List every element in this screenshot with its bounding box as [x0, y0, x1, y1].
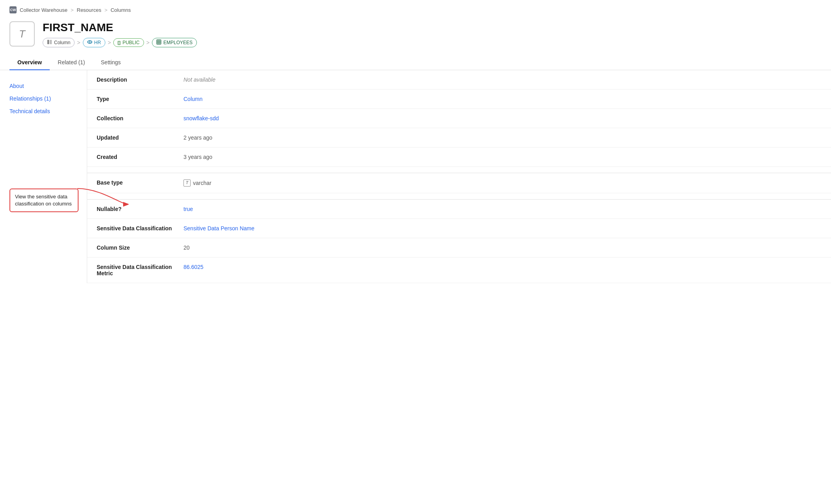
- callout-box: View the sensitive data classification o…: [9, 189, 79, 212]
- tab-related[interactable]: Related (1): [50, 55, 93, 70]
- detail-row-base-type: Base type T varchar: [87, 173, 831, 193]
- collection-label: Collection: [97, 115, 183, 121]
- svg-rect-0: [47, 40, 49, 44]
- breadcrumb-resources[interactable]: Resources: [77, 7, 101, 13]
- employees-badge-icon: [156, 39, 161, 46]
- tab-bar: Overview Related (1) Settings: [0, 55, 831, 70]
- sensitive-data-label: Sensitive Data Classification: [97, 225, 183, 231]
- main-content: Description Not available Type Column Co…: [87, 70, 831, 283]
- resource-header: T FIRST_NAME Column > HR > []: [0, 18, 831, 55]
- detail-row-nullable: Nullable? true: [87, 200, 831, 219]
- tab-settings[interactable]: Settings: [93, 55, 129, 70]
- callout-container: View the sensitive data classification o…: [9, 189, 77, 212]
- badge-sep-3: >: [146, 39, 150, 46]
- badge-sep-2: >: [108, 39, 111, 46]
- badge-column-label: Column: [54, 40, 70, 45]
- breadcrumb-collector-warehouse[interactable]: Collector Warehouse: [20, 7, 67, 13]
- description-value: Not available: [183, 77, 215, 83]
- updated-value: 2 years ago: [183, 134, 212, 141]
- badge-row: Column > HR > [] PUBLIC > EMP: [43, 38, 197, 47]
- updated-label: Updated: [97, 134, 183, 141]
- sensitive-data-value: Sensitive Data Person Name: [183, 225, 255, 231]
- column-size-label: Column Size: [97, 245, 183, 251]
- callout-arrow: [77, 185, 129, 208]
- column-badge-icon: [47, 39, 52, 46]
- sidebar-item-technical-details[interactable]: Technical details: [9, 105, 77, 118]
- varchar-type-icon: T: [183, 179, 191, 187]
- svg-rect-1: [50, 40, 52, 44]
- column-size-value: 20: [183, 245, 190, 251]
- type-value[interactable]: Column: [183, 96, 202, 102]
- sidebar-item-about[interactable]: About: [9, 80, 77, 92]
- resource-icon-letter: T: [19, 28, 25, 40]
- section-divider-2: [87, 193, 831, 200]
- public-badge-icon: []: [118, 40, 120, 45]
- created-value: 3 years ago: [183, 154, 212, 160]
- description-label: Description: [97, 77, 183, 83]
- page-title: FIRST_NAME: [43, 21, 197, 34]
- breadcrumb: CW Collector Warehouse > Resources > Col…: [0, 0, 831, 18]
- breadcrumb-separator-2: >: [105, 7, 108, 13]
- collection-value[interactable]: snowflake-sdd: [183, 115, 219, 121]
- breadcrumb-columns[interactable]: Columns: [110, 7, 131, 13]
- detail-row-column-size: Column Size 20: [87, 238, 831, 258]
- detail-row-sensitive-data: Sensitive Data Classification Sensitive …: [87, 219, 831, 238]
- badge-public[interactable]: [] PUBLIC: [113, 38, 144, 47]
- detail-row-updated: Updated 2 years ago: [87, 128, 831, 147]
- base-type-value: T varchar: [183, 179, 211, 187]
- metric-value: 86.6025: [183, 264, 204, 270]
- sidebar-item-relationships[interactable]: Relationships (1): [9, 92, 77, 105]
- detail-row-type: Type Column: [87, 90, 831, 109]
- header-info: FIRST_NAME Column > HR > [] PUBLIC: [43, 21, 197, 47]
- section-divider: [87, 167, 831, 173]
- detail-row-created: Created 3 years ago: [87, 147, 831, 167]
- app-icon: CW: [9, 6, 17, 13]
- breadcrumb-separator-1: >: [71, 7, 74, 13]
- metric-label: Sensitive Data Classification Metric: [97, 264, 183, 276]
- badge-employees[interactable]: EMPLOYEES: [152, 38, 197, 47]
- badge-employees-label: EMPLOYEES: [163, 40, 193, 45]
- app-logo: CW: [9, 6, 17, 13]
- callout-text: View the sensitive data classification o…: [15, 194, 72, 207]
- badge-public-label: PUBLIC: [122, 40, 139, 45]
- sidebar: About Relationships (1) Technical detail…: [0, 70, 87, 283]
- badge-sep-1: >: [77, 39, 80, 46]
- detail-row-metric: Sensitive Data Classification Metric 86.…: [87, 258, 831, 283]
- type-label: Type: [97, 96, 183, 102]
- badge-hr-label: HR: [94, 40, 101, 45]
- badge-column[interactable]: Column: [43, 38, 75, 47]
- content-area: About Relationships (1) Technical detail…: [0, 70, 831, 283]
- resource-icon: T: [9, 21, 35, 47]
- badge-hr[interactable]: HR: [83, 38, 105, 47]
- varchar-label: varchar: [193, 180, 211, 186]
- nullable-value: true: [183, 206, 193, 212]
- hr-badge-icon: [87, 39, 92, 46]
- detail-row-collection: Collection snowflake-sdd: [87, 109, 831, 128]
- detail-row-description: Description Not available: [87, 70, 831, 90]
- created-label: Created: [97, 154, 183, 160]
- tab-overview[interactable]: Overview: [9, 55, 50, 70]
